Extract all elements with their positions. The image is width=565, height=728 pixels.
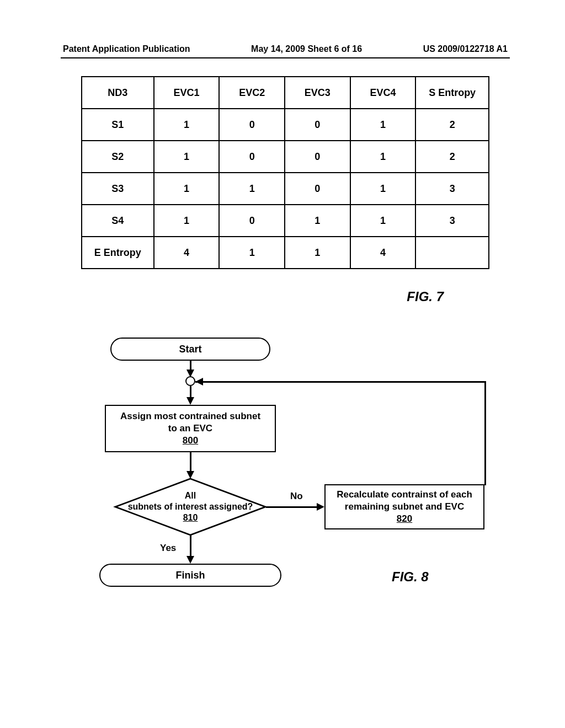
cell: 1 <box>350 141 416 173</box>
header-rule <box>61 57 510 58</box>
flow-line <box>266 506 319 508</box>
cell: 4 <box>350 237 416 269</box>
cell: 0 <box>285 173 350 205</box>
cell: 0 <box>219 141 285 173</box>
header-right: US 2009/0122718 A1 <box>423 44 508 54</box>
table-row: S3 1 1 0 1 3 <box>82 173 489 205</box>
start-terminator: Start <box>110 338 270 361</box>
col-header: EVC3 <box>285 77 350 109</box>
cell: 1 <box>219 173 285 205</box>
header-left: Patent Application Publication <box>63 44 190 54</box>
col-header: EVC2 <box>219 77 285 109</box>
table-row: S4 1 0 1 1 3 <box>82 205 489 237</box>
entropy-table: ND3 EVC1 EVC2 EVC3 EVC4 S Entropy S1 1 0… <box>81 76 489 269</box>
cell: 0 <box>285 141 350 173</box>
process-ref: 820 <box>397 513 412 525</box>
cell <box>415 237 489 269</box>
start-label: Start <box>179 344 201 355</box>
col-header: EVC1 <box>154 77 220 109</box>
cell: 1 <box>154 141 220 173</box>
page-header: Patent Application Publication May 14, 2… <box>61 44 510 54</box>
col-header: EVC4 <box>350 77 416 109</box>
col-header: ND3 <box>82 77 154 109</box>
decision-ref: 810 <box>183 512 198 523</box>
cell: 1 <box>154 173 220 205</box>
finish-terminator: Finish <box>99 564 281 587</box>
row-label: S1 <box>82 109 154 141</box>
cell: 0 <box>219 205 285 237</box>
process-ref: 800 <box>183 435 198 447</box>
cell: 1 <box>154 205 220 237</box>
process-text: to an EVC <box>168 422 212 435</box>
cell: 1 <box>350 109 416 141</box>
flowchart-fig8: Start Assign most contrained subnet to a… <box>94 338 513 602</box>
cell: 2 <box>415 109 489 141</box>
process-text: Assign most contrained subnet <box>120 410 260 422</box>
process-text: remaining subnet and EVC <box>345 501 464 513</box>
row-label: S2 <box>82 141 154 173</box>
cell: 4 <box>154 237 220 269</box>
row-label: S4 <box>82 205 154 237</box>
cell: 1 <box>350 205 416 237</box>
cell: 0 <box>285 109 350 141</box>
process-800: Assign most contrained subnet to an EVC … <box>105 405 276 452</box>
no-label: No <box>290 491 303 502</box>
yes-label: Yes <box>160 543 176 554</box>
decision-810: All subnets of interest assigned? 810 <box>113 477 268 537</box>
header-center: May 14, 2009 Sheet 6 of 16 <box>251 44 362 54</box>
flow-junction <box>185 376 195 386</box>
table-row: E Entropy 4 1 1 4 <box>82 237 489 269</box>
flow-line <box>484 381 486 485</box>
cell: 3 <box>415 173 489 205</box>
decision-text: subnets of interest assigned? <box>128 501 253 512</box>
decision-text: All <box>185 490 196 501</box>
cell: 1 <box>285 237 350 269</box>
cell: 0 <box>219 109 285 141</box>
figure-7-label: FIG. 7 <box>61 289 444 304</box>
cell: 1 <box>285 205 350 237</box>
table-header-row: ND3 EVC1 EVC2 EVC3 EVC4 S Entropy <box>82 77 489 109</box>
cell: 2 <box>415 141 489 173</box>
process-820: Recalculate contrainst of each remaining… <box>324 484 484 529</box>
arrow-icon <box>186 556 194 564</box>
table-row: S1 1 0 0 1 2 <box>82 109 489 141</box>
finish-label: Finish <box>176 570 205 581</box>
table-row: S2 1 0 0 1 2 <box>82 141 489 173</box>
figure-8-label: FIG. 8 <box>392 569 429 585</box>
row-label: E Entropy <box>82 237 154 269</box>
arrow-icon <box>195 378 203 386</box>
col-header: S Entropy <box>415 77 489 109</box>
row-label: S3 <box>82 173 154 205</box>
cell: 1 <box>219 237 285 269</box>
process-text: Recalculate contrainst of each <box>337 489 472 501</box>
cell: 1 <box>350 173 416 205</box>
cell: 3 <box>415 205 489 237</box>
cell: 1 <box>154 109 220 141</box>
flow-line <box>195 381 486 383</box>
arrow-icon <box>317 503 324 511</box>
arrow-icon <box>186 397 194 405</box>
